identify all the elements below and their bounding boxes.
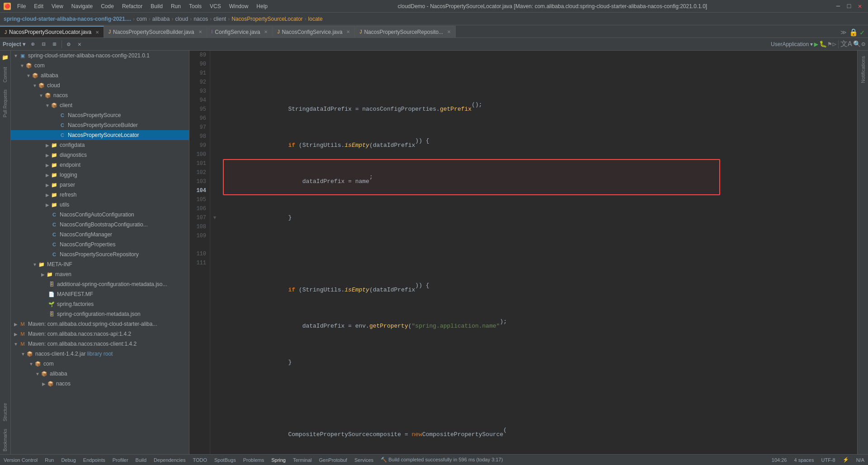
tree-item-maven-nacos-api[interactable]: ▶ M Maven: com.alibaba.nacos:nacos-api:1… bbox=[11, 329, 189, 339]
tree-item-spring-config-meta[interactable]: ▶ 🗄 spring-configuration-metadata.json bbox=[11, 309, 189, 319]
tree-item-nacos-client-jar[interactable]: ▼ 📦 nacos-client-1.4.2.jar library root bbox=[11, 349, 189, 359]
tabs-more-button[interactable]: ≫ bbox=[840, 28, 847, 38]
project-tab-icon[interactable]: 📁 bbox=[0, 52, 10, 62]
tab-nacos-config-service[interactable]: J NacosConfigService.java ✕ bbox=[273, 26, 355, 38]
format-icon[interactable]: ✓ bbox=[860, 28, 864, 37]
breadcrumb-class[interactable]: NacosPropertySourceLocator bbox=[231, 16, 302, 22]
status-build[interactable]: Build bbox=[136, 457, 146, 463]
expand-all-button[interactable]: ⊞ bbox=[50, 39, 60, 49]
status-dependencies[interactable]: Dependencies bbox=[154, 457, 185, 463]
menu-vcs[interactable]: VCS bbox=[206, 2, 225, 10]
tree-item-nacos-auto-config[interactable]: ▶ C NacosConfigAutoConfiguration bbox=[11, 210, 189, 220]
tree-item-logging[interactable]: ▶ 📁 logging bbox=[11, 170, 189, 180]
settings-button[interactable]: ⚙ bbox=[64, 39, 74, 49]
close-button[interactable]: ✕ bbox=[855, 2, 864, 11]
pull-requests-label[interactable]: Pull Requests bbox=[3, 87, 8, 120]
status-todo[interactable]: TODO bbox=[193, 457, 207, 463]
code-editor[interactable]: 89 90 91 92 93 94 95 96 97 98 99 100 101… bbox=[189, 51, 857, 454]
tree-item-endpoint[interactable]: ▶ 📁 endpoint bbox=[11, 160, 189, 170]
menu-build[interactable]: Build bbox=[147, 2, 166, 10]
tab-config-service[interactable]: I ConfigService.java ✕ bbox=[207, 26, 273, 38]
tree-item-jar-com[interactable]: ▼ 📦 com bbox=[11, 359, 189, 369]
tree-item-nacos-repo[interactable]: ▶ C NacosPropertySourceRepository bbox=[11, 249, 189, 259]
settings-gear-button[interactable]: ⚙ bbox=[862, 40, 865, 48]
bookmarks-label[interactable]: Bookmarks bbox=[3, 426, 8, 454]
more-run-button[interactable]: ▷ bbox=[833, 40, 836, 48]
tab-nacos-builder[interactable]: J NacosPropertySourceBuilder.java ✕ bbox=[104, 26, 207, 38]
breadcrumb-client[interactable]: client bbox=[213, 16, 226, 22]
menu-tools[interactable]: Tools bbox=[185, 2, 205, 10]
commit-label[interactable]: Commit bbox=[3, 64, 8, 85]
status-services[interactable]: Services bbox=[354, 457, 373, 463]
status-spring[interactable]: Spring bbox=[271, 457, 286, 463]
tab-nacos-locator[interactable]: J NacosPropertySourceLocator.java ✕ bbox=[0, 26, 104, 38]
status-terminal[interactable]: Terminal bbox=[293, 457, 312, 463]
status-encoding[interactable]: UTF-8 bbox=[821, 457, 835, 463]
menu-code[interactable]: Code bbox=[97, 2, 118, 10]
status-spaces[interactable]: 4 spaces bbox=[794, 457, 814, 463]
breadcrumb-cloud[interactable]: cloud bbox=[175, 16, 188, 22]
code-scroll-area[interactable]: 89 90 91 92 93 94 95 96 97 98 99 100 101… bbox=[189, 51, 857, 454]
status-problems[interactable]: Problems bbox=[243, 457, 264, 463]
structure-label[interactable]: Structure bbox=[3, 400, 8, 424]
maximize-button[interactable]: □ bbox=[844, 2, 854, 11]
tree-item-com[interactable]: ▼ 📦 com bbox=[11, 61, 189, 70]
read-only-icon[interactable]: 🔒 bbox=[849, 28, 858, 37]
menu-help[interactable]: Help bbox=[253, 2, 271, 10]
tree-item-alibaba[interactable]: ▼ 📦 alibaba bbox=[11, 70, 189, 80]
menu-view[interactable]: View bbox=[48, 2, 67, 10]
tree-item-client[interactable]: ▼ 📦 client bbox=[11, 100, 189, 110]
search-everywhere-button[interactable]: 🔍 bbox=[853, 40, 861, 48]
status-position[interactable]: 104:26 bbox=[772, 457, 787, 463]
breadcrumb-alibaba[interactable]: alibaba bbox=[152, 16, 170, 22]
tree-item-nacos-bootstrap[interactable]: ▶ C NacosConfigBootstrapConfiguratio... bbox=[11, 220, 189, 230]
coverage-button[interactable]: ⚑ bbox=[828, 40, 831, 48]
status-debug[interactable]: Debug bbox=[61, 457, 75, 463]
tree-item-nps[interactable]: ▶ C NacosPropertySource bbox=[11, 110, 189, 120]
tree-item-npsl[interactable]: ▶ C NacosPropertySourceLocator bbox=[11, 130, 189, 140]
tab-close-button-5[interactable]: ✕ bbox=[447, 29, 451, 34]
menu-edit[interactable]: Edit bbox=[30, 2, 47, 10]
debug-button[interactable]: 🐛 bbox=[819, 40, 827, 48]
tab-nacos-repo[interactable]: J NacosPropertySourceReposito... ✕ bbox=[355, 26, 456, 38]
close-panel-button[interactable]: ✕ bbox=[75, 39, 85, 49]
tree-item-nacos-props[interactable]: ▶ C NacosConfigProperties bbox=[11, 240, 189, 249]
tree-item-manifest[interactable]: ▶ 📄 MANIFEST.MF bbox=[11, 289, 189, 299]
tree-item-maven[interactable]: ▶ 📁 maven bbox=[11, 269, 189, 279]
status-line-sep[interactable]: ⚡ bbox=[843, 457, 849, 463]
window-controls[interactable]: ─ □ ✕ bbox=[834, 2, 864, 11]
code-content[interactable]: String dataIdPrefix = nacosConfigPropert… bbox=[219, 51, 857, 454]
tab-close-button-4[interactable]: ✕ bbox=[346, 29, 350, 34]
collapse-all-button[interactable]: ⊟ bbox=[39, 39, 49, 49]
status-genprotobuf[interactable]: GenProtobuf bbox=[319, 457, 347, 463]
status-version-control[interactable]: Version Control bbox=[4, 457, 38, 463]
minimize-button[interactable]: ─ bbox=[834, 2, 843, 11]
tree-item-maven-nacos-client[interactable]: ▼ M Maven: com.alibaba.nacos:nacos-clien… bbox=[11, 339, 189, 349]
run-button[interactable]: ▶ bbox=[814, 40, 818, 49]
tree-item-spring-factories[interactable]: ▶ 🌱 spring.factories bbox=[11, 299, 189, 309]
user-config-select[interactable]: UserApplication ▾ bbox=[771, 41, 813, 47]
status-profiler[interactable]: Profiler bbox=[113, 457, 128, 463]
menu-navigate[interactable]: Navigate bbox=[68, 2, 96, 10]
tree-item-jar-alibaba[interactable]: ▼ 📦 alibaba bbox=[11, 369, 189, 379]
status-run[interactable]: Run bbox=[45, 457, 54, 463]
tree-item-cloud[interactable]: ▼ 📦 cloud bbox=[11, 80, 189, 90]
menu-refactor[interactable]: Refactor bbox=[118, 2, 146, 10]
tree-item-npsb[interactable]: ▶ C NacosPropertySourceBuilder bbox=[11, 120, 189, 130]
breadcrumb-method[interactable]: locate bbox=[308, 16, 323, 22]
menu-file[interactable]: File bbox=[14, 2, 29, 10]
notifications-tab[interactable]: Notifications bbox=[859, 52, 867, 87]
breadcrumb-com[interactable]: com bbox=[137, 16, 147, 22]
menu-run[interactable]: Run bbox=[167, 2, 184, 10]
tree-item-refresh[interactable]: ▶ 📁 refresh bbox=[11, 190, 189, 200]
status-endpoints[interactable]: Endpoints bbox=[83, 457, 105, 463]
tree-item-maven-spring[interactable]: ▶ M Maven: com.alibaba.cloud:spring-clou… bbox=[11, 319, 189, 329]
tree-item-add-spring-config[interactable]: ▶ 🗄 additional-spring-configuration-meta… bbox=[11, 279, 189, 289]
tree-item-nacos[interactable]: ▼ 📦 nacos bbox=[11, 90, 189, 100]
tree-item-configdata[interactable]: ▶ 📁 configdata bbox=[11, 140, 189, 150]
tab-close-button[interactable]: ✕ bbox=[95, 30, 99, 35]
tree-item-root[interactable]: ▼ ▣ spring-cloud-starter-alibaba-nacos-c… bbox=[11, 51, 189, 61]
status-na[interactable]: N/A bbox=[856, 457, 864, 463]
status-spotbugs[interactable]: SpotBugs bbox=[214, 457, 236, 463]
tab-close-button-2[interactable]: ✕ bbox=[198, 29, 202, 34]
